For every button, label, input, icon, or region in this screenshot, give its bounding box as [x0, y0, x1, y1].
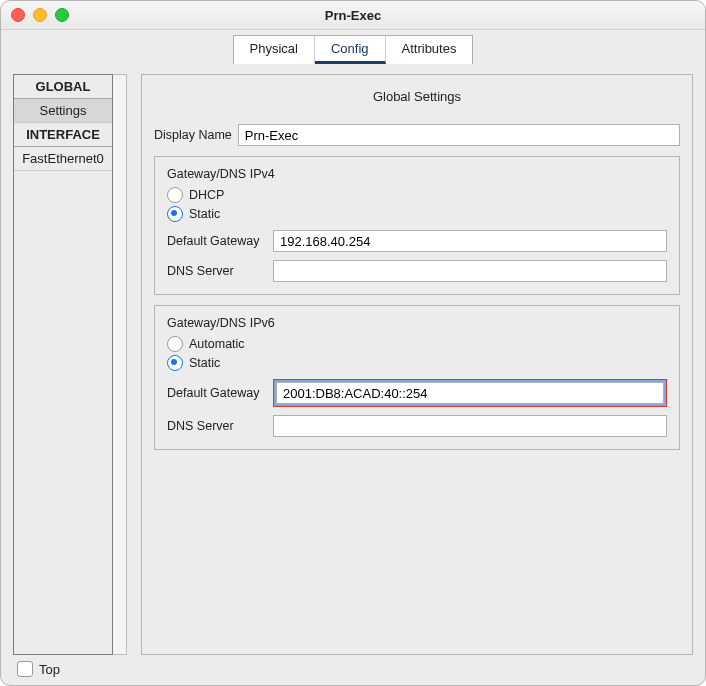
ipv4-static-option[interactable]: Static: [167, 206, 667, 222]
top-checkbox[interactable]: [17, 661, 33, 677]
ipv4-dns-label: DNS Server: [167, 264, 267, 278]
tab-bar: Physical Config Attributes: [1, 30, 705, 64]
ipv4-group: Gateway/DNS IPv4 DHCP Static Default Gat…: [154, 156, 680, 295]
ipv6-static-option[interactable]: Static: [167, 355, 667, 371]
sidebar-header-interface: INTERFACE: [14, 123, 112, 147]
title-bar: Prn-Exec: [1, 1, 705, 30]
ipv4-dns-input[interactable]: [273, 260, 667, 282]
footer: Top: [13, 655, 693, 679]
radio-icon: [167, 355, 183, 371]
tab-attributes[interactable]: Attributes: [386, 36, 473, 64]
ipv4-dhcp-label: DHCP: [189, 188, 224, 202]
display-name-row: Display Name: [154, 124, 680, 146]
panel-title: Global Settings: [154, 83, 680, 114]
display-name-label: Display Name: [154, 128, 232, 142]
ipv4-dhcp-option[interactable]: DHCP: [167, 187, 667, 203]
ipv6-automatic-label: Automatic: [189, 337, 245, 351]
ipv6-gateway-label: Default Gateway: [167, 386, 267, 400]
ipv4-title: Gateway/DNS IPv4: [167, 167, 667, 181]
sidebar-header-global: GLOBAL: [14, 75, 112, 99]
radio-icon: [167, 336, 183, 352]
main-panel: Global Settings Display Name Gateway/DNS…: [141, 74, 693, 655]
display-name-input[interactable]: [238, 124, 680, 146]
ipv6-dns-input[interactable]: [273, 415, 667, 437]
tab-config[interactable]: Config: [315, 36, 386, 64]
top-label: Top: [39, 662, 60, 677]
sidebar-item-fastethernet0[interactable]: FastEthernet0: [14, 147, 112, 171]
ipv4-gateway-input[interactable]: [273, 230, 667, 252]
ipv6-static-label: Static: [189, 356, 220, 370]
sidebar: GLOBAL Settings INTERFACE FastEthernet0: [13, 74, 127, 655]
tab-physical[interactable]: Physical: [234, 36, 315, 64]
ipv6-gateway-input[interactable]: [276, 382, 664, 404]
ipv6-title: Gateway/DNS IPv6: [167, 316, 667, 330]
window-title: Prn-Exec: [1, 8, 705, 23]
ipv6-group: Gateway/DNS IPv6 Automatic Static Defaul…: [154, 305, 680, 450]
sidebar-item-settings[interactable]: Settings: [14, 99, 112, 123]
ipv4-static-label: Static: [189, 207, 220, 221]
radio-icon: [167, 206, 183, 222]
sidebar-scrollbar[interactable]: [113, 74, 127, 655]
ipv6-dns-label: DNS Server: [167, 419, 267, 433]
ipv4-gateway-label: Default Gateway: [167, 234, 267, 248]
ipv6-gateway-highlight: [273, 379, 667, 407]
ipv6-automatic-option[interactable]: Automatic: [167, 336, 667, 352]
app-window: Prn-Exec Physical Config Attributes GLOB…: [0, 0, 706, 686]
radio-icon: [167, 187, 183, 203]
